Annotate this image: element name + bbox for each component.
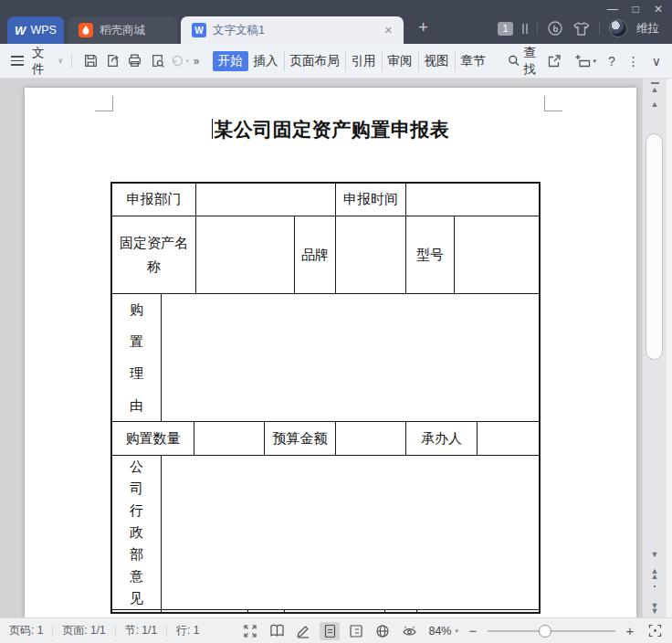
cell-model-value[interactable] — [455, 216, 539, 294]
cell-next-row[interactable] — [162, 610, 248, 614]
page-number-status[interactable]: 页码: 1 — [9, 623, 43, 638]
cell-budget-value[interactable] — [336, 422, 406, 456]
next-page-icon[interactable]: ▼▼ — [643, 603, 667, 614]
tab-docer-store[interactable]: 稻壳商城 — [68, 16, 177, 44]
share-icon[interactable] — [546, 53, 562, 69]
cell-brand-label[interactable]: 品牌 — [295, 216, 336, 294]
more-tools-icon[interactable]: » — [194, 55, 200, 68]
zoom-level-label[interactable]: 84% — [428, 625, 451, 638]
ribbon-tab-view[interactable]: 视图 — [418, 51, 455, 71]
ink-edit-icon[interactable] — [293, 622, 313, 640]
document-title[interactable]: 某公司固定资产购置申报表 — [25, 117, 636, 142]
ribbon-tab-references[interactable]: 引用 — [345, 51, 382, 71]
cell-purchase-reason-value[interactable] — [162, 294, 539, 422]
window-count-badge[interactable]: 1 — [498, 22, 513, 36]
new-window-icon[interactable]: ▾ — [574, 53, 596, 69]
flame-icon — [79, 23, 93, 37]
collapse-ribbon-icon[interactable]: ∨ — [652, 54, 661, 69]
fullscreen-icon[interactable] — [240, 622, 260, 640]
section-status[interactable]: 节: 1/1 — [125, 623, 157, 638]
file-menu[interactable]: 文件 — [32, 45, 55, 78]
scroll-to-top-icon[interactable]: ▲ — [643, 82, 667, 94]
cell-quantity-label[interactable]: 购置数量 — [112, 422, 194, 456]
outline-view-icon[interactable] — [346, 622, 366, 640]
wps-logo-icon: W — [15, 24, 25, 37]
cell-next-row[interactable] — [285, 610, 385, 614]
read-mode-icon[interactable] — [267, 622, 287, 640]
file-menu-chevron-icon[interactable]: ∨ — [58, 57, 63, 65]
vertical-scrollbar[interactable]: ▲ ▲ ▼ ▲▲ ▼▼ — [643, 79, 667, 617]
overflow-menu-icon[interactable]: ⋮ — [627, 54, 640, 69]
previous-page-icon[interactable]: ▲▲ — [643, 568, 667, 579]
view-mode-buttons — [240, 618, 419, 643]
table-row: 固定资产名称 品牌 型号 — [112, 216, 539, 294]
member-icon[interactable] — [547, 20, 563, 37]
zoom-slider-track[interactable] — [488, 630, 615, 632]
save-button[interactable] — [80, 50, 100, 72]
close-button[interactable]: ✕ — [654, 3, 663, 16]
undo-chevron-icon[interactable]: ▾ — [185, 58, 189, 65]
ribbon-tab-page-layout[interactable]: 页面布局 — [284, 51, 345, 71]
cell-admin-opinion-value[interactable] — [162, 456, 539, 610]
scroll-down-arrow-icon[interactable]: ▼ — [643, 550, 667, 559]
cell-declare-time-value[interactable] — [406, 184, 539, 216]
ribbon-tab-home[interactable]: 开始 — [213, 51, 248, 71]
window-list-icon[interactable] — [522, 24, 528, 34]
print-button[interactable] — [125, 50, 145, 72]
find-button[interactable]: 查找 — [508, 45, 547, 78]
cell-brand-value[interactable] — [336, 216, 406, 294]
zoom-in-button[interactable]: + — [624, 623, 636, 638]
ribbon-tab-review[interactable]: 审阅 — [382, 51, 418, 71]
document-page[interactable]: 某公司固定资产购置申报表 申报部门 申报时间 固定资产名称 品牌 型号 — [25, 88, 636, 617]
print-preview-button[interactable] — [147, 50, 167, 72]
ribbon-tab-section[interactable]: 章节 — [455, 51, 491, 71]
zoom-out-button[interactable]: − — [467, 623, 479, 638]
page-count-status[interactable]: 页面: 1/1 — [62, 623, 105, 638]
application-form-table[interactable]: 申报部门 申报时间 固定资产名称 品牌 型号 购置理由 — [110, 182, 541, 614]
scrollbar-thumb[interactable] — [646, 133, 663, 360]
cell-budget-label[interactable]: 预算金额 — [265, 422, 336, 456]
cell-model-label[interactable]: 型号 — [406, 216, 455, 294]
cell-next-row[interactable] — [385, 610, 417, 614]
cell-asset-name-value[interactable] — [196, 216, 295, 294]
cell-admin-opinion-label[interactable]: 公司行政部意见 — [112, 456, 162, 610]
scroll-up-arrow-icon[interactable]: ▲ — [643, 100, 667, 109]
cell-asset-name-label[interactable]: 固定资产名称 — [112, 216, 196, 294]
cell-declare-dept-label[interactable]: 申报部门 — [112, 184, 196, 216]
zoom-slider-knob[interactable] — [539, 625, 551, 638]
cell-declare-time-label[interactable]: 申报时间 — [336, 184, 406, 216]
new-tab-button[interactable]: + — [418, 17, 428, 43]
web-view-icon[interactable] — [373, 622, 393, 640]
ribbon-tab-insert[interactable]: 插入 — [248, 51, 284, 71]
skin-tshirt-icon[interactable] — [572, 21, 590, 37]
cell-quantity-value[interactable] — [194, 422, 265, 456]
username-label[interactable]: 维拉 — [636, 21, 659, 37]
maximize-button[interactable]: □ — [633, 3, 639, 16]
cell-handler-value[interactable] — [478, 422, 539, 456]
tab-close-icon[interactable]: ✕ — [384, 25, 393, 37]
undo-button[interactable]: ▾ — [169, 50, 189, 72]
vertical-label: 公司行政部意见 — [129, 456, 144, 609]
tab-document-active[interactable]: W 文字文稿1 ✕ — [181, 16, 404, 44]
divider — [71, 54, 72, 69]
cell-next-row[interactable] — [112, 610, 162, 614]
avatar[interactable] — [609, 19, 627, 37]
cell-handler-label[interactable]: 承办人 — [406, 422, 478, 456]
tab-wps-home[interactable]: W WPS — [7, 16, 64, 44]
hamburger-menu-icon[interactable] — [11, 56, 24, 66]
window-edge — [667, 79, 672, 617]
help-icon[interactable]: ? — [608, 54, 615, 69]
zoom-chevron-icon[interactable]: ▾ — [455, 627, 458, 635]
export-pdf-button[interactable] — [102, 50, 122, 72]
minimize-button[interactable]: — — [607, 3, 618, 16]
cell-next-row[interactable] — [417, 610, 539, 614]
page-view-icon[interactable] — [320, 622, 340, 640]
zoom-slider[interactable] — [488, 625, 615, 638]
new-window-chevron-icon[interactable]: ▾ — [593, 58, 596, 65]
eye-protect-icon[interactable] — [399, 622, 419, 640]
cell-declare-dept-value[interactable] — [196, 184, 336, 216]
cell-purchase-reason-label[interactable]: 购置理由 — [112, 294, 162, 422]
line-status[interactable]: 行: 1 — [176, 623, 199, 638]
cell-next-row[interactable] — [248, 610, 285, 614]
fit-page-icon[interactable] — [645, 622, 665, 640]
